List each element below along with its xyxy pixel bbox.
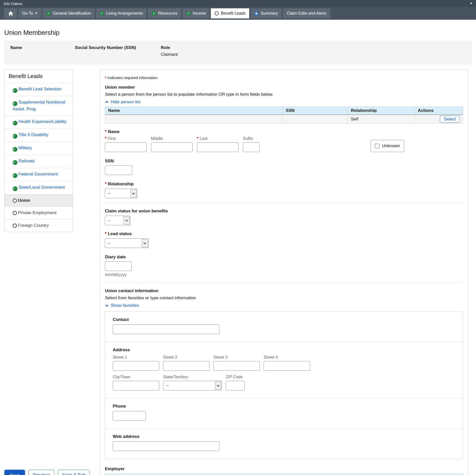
street3-label: Street 3 xyxy=(213,355,260,360)
check-circle-icon: ✓ xyxy=(46,11,51,16)
home-button[interactable] xyxy=(4,8,17,18)
tab-income[interactable]: ✓ Income xyxy=(183,8,210,18)
section-divider xyxy=(105,203,463,203)
web-address-input[interactable] xyxy=(113,441,219,451)
middle-name-input[interactable] xyxy=(151,142,193,152)
next-button[interactable]: Next xyxy=(4,470,25,475)
contact-label: Contact xyxy=(113,317,455,322)
street2-input[interactable] xyxy=(163,361,210,371)
tab-living-arrangements[interactable]: ✓ Living Arrangements xyxy=(96,8,147,18)
select-arrow-icon xyxy=(124,216,130,224)
ssn-label: SSN xyxy=(105,159,463,164)
tab-summary[interactable]: Summary xyxy=(251,8,282,18)
select-arrow-icon xyxy=(215,382,221,390)
suffix-input[interactable] xyxy=(243,142,260,152)
chevron-up-icon xyxy=(105,101,109,103)
diary-date-input[interactable] xyxy=(105,261,132,271)
unknown-label: Unknown xyxy=(382,143,400,148)
street2-label: Street 2 xyxy=(163,355,210,360)
contact-input[interactable] xyxy=(113,324,219,334)
sidebar-item-foreign-country[interactable]: Foreign Country xyxy=(5,219,73,232)
claim-status-select[interactable]: -- xyxy=(105,216,130,225)
web-address-label: Web address xyxy=(113,434,455,439)
phone-label: Phone xyxy=(113,404,455,409)
state-label: State/Territory xyxy=(163,375,222,379)
tab-claim-edits-and-alerts[interactable]: Claim Edits and Alerts xyxy=(283,8,330,18)
circle-outline-icon xyxy=(13,223,17,228)
last-name-input[interactable] xyxy=(197,142,239,152)
zip-input[interactable] xyxy=(226,381,245,390)
ssn-input[interactable] xyxy=(105,165,132,175)
employer-header-actions: Actions xyxy=(428,474,463,475)
in-progress-circle-icon xyxy=(254,11,259,16)
street4-label: Street 4 xyxy=(264,355,310,360)
first-name-input[interactable] xyxy=(105,142,147,152)
sidebar-item-supplemental-nutritional[interactable]: ✓Supplemental Nutritional Assist. Prog. xyxy=(5,96,73,115)
employer-heading: Employer xyxy=(105,466,463,471)
sidebar-item-military[interactable]: ✓Military xyxy=(5,142,73,155)
circle-outline-icon xyxy=(13,198,17,203)
street1-label: Street 1 xyxy=(113,355,159,360)
sidebar-item-union[interactable]: Union xyxy=(5,194,73,207)
street4-input[interactable] xyxy=(264,361,310,371)
hide-person-list-link[interactable]: Hide person list xyxy=(105,99,140,105)
goto-caret-icon xyxy=(35,13,37,14)
benefit-leads-sidebar: Benefit Leads ✓Benefit Lead Selection ✓S… xyxy=(4,70,73,232)
street3-input[interactable] xyxy=(213,361,260,371)
name-section-label: *Name xyxy=(105,129,463,134)
person-table-header-actions: Actions xyxy=(415,107,463,115)
home-icon xyxy=(8,11,13,16)
person-ssn-label: Social Security Number (SSN) xyxy=(75,45,161,50)
select-arrow-icon xyxy=(142,239,148,247)
street1-input[interactable] xyxy=(113,361,159,371)
save-exit-button[interactable]: Save & Exit xyxy=(58,470,89,475)
contact-info-panel: Contact Address Street 1 Street 2 xyxy=(105,311,463,459)
sidebar-item-health-expenses[interactable]: ✓Health Expenses/Liability xyxy=(5,115,73,129)
sidebar-item-title-ii-disability[interactable]: ✓Title II Disability xyxy=(5,129,73,142)
tab-benefit-leads[interactable]: Benefit Leads xyxy=(211,8,249,18)
sidebar-item-federal-government[interactable]: ✓Federal Government xyxy=(5,168,73,181)
employer-table: Name of Employer Period of Employment Ac… xyxy=(105,474,463,475)
circle-outline-icon xyxy=(215,11,219,15)
check-circle-icon: ✓ xyxy=(186,11,191,16)
city-label: City/Town xyxy=(113,375,159,379)
relationship-select[interactable]: -- xyxy=(105,189,137,198)
check-circle-icon: ✓ xyxy=(100,11,104,16)
claim-status-label: Claim status for union benefits xyxy=(105,209,463,214)
required-note: *Indicates required information xyxy=(105,76,463,80)
state-select[interactable]: -- xyxy=(163,381,222,390)
union-contact-heading: Union contact information xyxy=(105,288,463,293)
check-circle-icon: ✓ xyxy=(13,160,17,165)
employer-header-name: Name of Employer xyxy=(105,474,286,475)
person-table-row: Self Select xyxy=(105,115,463,124)
goto-menu-button[interactable]: Go To xyxy=(18,8,41,18)
previous-button[interactable]: Previous xyxy=(29,470,54,475)
titlebar-caret-icon[interactable] xyxy=(470,3,472,4)
select-person-button[interactable]: Select xyxy=(440,116,460,123)
diary-date-hint: mm/dd/yyyy xyxy=(105,272,463,277)
unknown-checkbox[interactable] xyxy=(375,144,379,148)
sidebar-item-state-local-government[interactable]: ✓State/Local Government xyxy=(5,181,73,194)
main-nav: Go To ✓ General Identification ✓ Living … xyxy=(0,7,476,20)
unknown-checkbox-container: Unknown xyxy=(371,140,404,152)
chevron-down-icon xyxy=(105,304,109,307)
union-member-instructions: Select a person from the person list to … xyxy=(105,92,463,97)
city-input[interactable] xyxy=(113,381,159,390)
person-table-header-ssn: SSN xyxy=(283,107,348,115)
check-circle-icon: ✓ xyxy=(13,147,17,152)
tab-resources[interactable]: ✓ Resources xyxy=(148,8,181,18)
sidebar-item-railroad[interactable]: ✓Railroad xyxy=(5,155,73,168)
check-circle-icon: ✓ xyxy=(13,121,17,126)
middle-name-label: Middle xyxy=(151,136,193,141)
sidebar-item-private-employment[interactable]: Private Employment xyxy=(5,207,73,219)
page-title: Union Membership xyxy=(4,29,472,37)
show-favorites-link[interactable]: Show favorites xyxy=(105,303,139,308)
tab-general-identification[interactable]: ✓ General Identification xyxy=(42,8,95,18)
person-role-label: Role xyxy=(161,45,178,50)
union-form-panel: *Indicates required information Union me… xyxy=(100,70,468,475)
sidebar-item-benefit-lead-selection[interactable]: ✓Benefit Lead Selection xyxy=(5,83,73,96)
phone-input[interactable] xyxy=(113,411,146,421)
last-name-label: *Last xyxy=(197,136,239,141)
lead-status-select[interactable]: -- xyxy=(105,238,149,248)
zip-label: ZIP Code xyxy=(226,375,245,379)
